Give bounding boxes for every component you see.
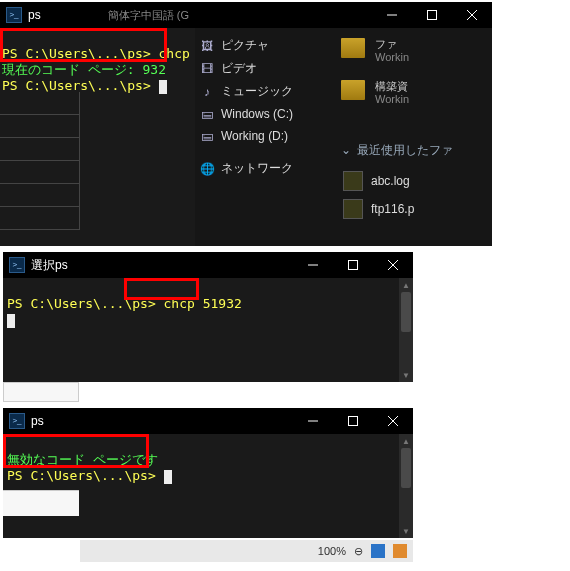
window-title: 選択ps	[31, 257, 293, 274]
file-explorer: 🖼ピクチャ 🎞ビデオ ♪ミュージック 🖴Windows (C:) 🖴Workin…	[195, 2, 492, 246]
recent-header[interactable]: 最近使用したファ	[335, 112, 492, 167]
file-icon	[343, 199, 363, 219]
minimize-button[interactable]	[293, 252, 333, 278]
recent-item[interactable]: ftp116.p	[337, 195, 492, 223]
nav-pane: 🖼ピクチャ 🎞ビデオ ♪ミュージック 🖴Windows (C:) 🖴Workin…	[195, 28, 335, 246]
background-stub	[3, 490, 79, 516]
scroll-down-icon[interactable]: ▼	[399, 368, 413, 382]
cursor	[7, 314, 15, 328]
powershell-icon	[9, 257, 25, 273]
scrollbar[interactable]: ▲ ▼	[399, 278, 413, 382]
powershell-icon	[6, 7, 22, 23]
svg-rect-5	[349, 261, 358, 270]
background-table	[0, 92, 80, 230]
videos-icon: 🎞	[199, 61, 215, 77]
screenshot-3: ps 無効なコード ページです PS C:\Users\...\ps> ▲ ▼	[3, 408, 413, 538]
minimize-button[interactable]	[293, 408, 333, 434]
minimize-button[interactable]	[372, 2, 412, 28]
recent-item[interactable]: abc.log	[337, 167, 492, 195]
maximize-button[interactable]	[412, 2, 452, 28]
nav-item[interactable]: 🖼ピクチャ	[195, 34, 335, 57]
titlebar[interactable]: 選択ps	[3, 252, 413, 278]
screenshot-2: 選択ps PS C:\Users\...\ps> chcp 51932 ▲ ▼	[3, 252, 413, 382]
explorer-titlebar	[195, 2, 492, 28]
close-button[interactable]	[373, 408, 413, 434]
powershell-window: ps 簡体字中国語 (G PS C:\Users\...\ps> chcp 現在…	[0, 2, 195, 246]
zoom-out-icon[interactable]: ⊖	[354, 545, 363, 558]
nav-item[interactable]: 🖴Working (D:)	[195, 125, 335, 147]
content-pane: ファWorkin 構築資Workin 最近使用したファ abc.log ftp1…	[335, 28, 492, 246]
nav-item[interactable]: ♪ミュージック	[195, 80, 335, 103]
scroll-down-icon[interactable]: ▼	[399, 524, 413, 538]
statusbar-icon[interactable]	[371, 544, 385, 558]
scroll-up-icon[interactable]: ▲	[399, 434, 413, 448]
folder-icon	[341, 38, 365, 58]
titlebar[interactable]: ps	[3, 408, 413, 434]
titlebar[interactable]: ps 簡体字中国語 (G	[0, 2, 195, 28]
close-button[interactable]	[373, 252, 413, 278]
scrollbar[interactable]: ▲ ▼	[399, 434, 413, 538]
scroll-thumb[interactable]	[401, 292, 411, 332]
scroll-up-icon[interactable]: ▲	[399, 278, 413, 292]
cursor	[164, 470, 172, 484]
nav-item[interactable]: 🌐ネットワーク	[195, 157, 335, 180]
drive-icon: 🖴	[199, 128, 215, 144]
bg-text: 簡体字中国語 (G	[108, 8, 195, 23]
statusbar: 100% ⊖	[80, 540, 413, 562]
terminal[interactable]: 無効なコード ページです PS C:\Users\...\ps>	[3, 434, 399, 538]
cursor	[159, 80, 167, 94]
background-stub	[3, 382, 79, 402]
maximize-button[interactable]	[333, 408, 373, 434]
powershell-icon	[9, 413, 25, 429]
maximize-button[interactable]	[333, 252, 373, 278]
music-icon: ♪	[199, 84, 215, 100]
zoom-label: 100%	[318, 545, 346, 557]
folder-item[interactable]: 構築資Workin	[335, 70, 492, 112]
screenshot-1: 🖼ピクチャ 🎞ビデオ ♪ミュージック 🖴Windows (C:) 🖴Workin…	[0, 2, 492, 246]
network-icon: 🌐	[199, 161, 215, 177]
window-title: ps	[31, 414, 293, 428]
terminal[interactable]: PS C:\Users\...\ps> chcp 51932	[3, 278, 399, 382]
scroll-thumb[interactable]	[401, 448, 411, 488]
close-button[interactable]	[452, 2, 492, 28]
pictures-icon: 🖼	[199, 38, 215, 54]
window-title: ps	[28, 8, 108, 22]
file-icon	[343, 171, 363, 191]
drive-icon: 🖴	[199, 106, 215, 122]
nav-item[interactable]: 🎞ビデオ	[195, 57, 335, 80]
svg-rect-1	[428, 11, 437, 20]
folder-item[interactable]: ファWorkin	[335, 28, 492, 70]
svg-rect-9	[349, 417, 358, 426]
folder-icon	[341, 80, 365, 100]
nav-item[interactable]: 🖴Windows (C:)	[195, 103, 335, 125]
statusbar-icon[interactable]	[393, 544, 407, 558]
